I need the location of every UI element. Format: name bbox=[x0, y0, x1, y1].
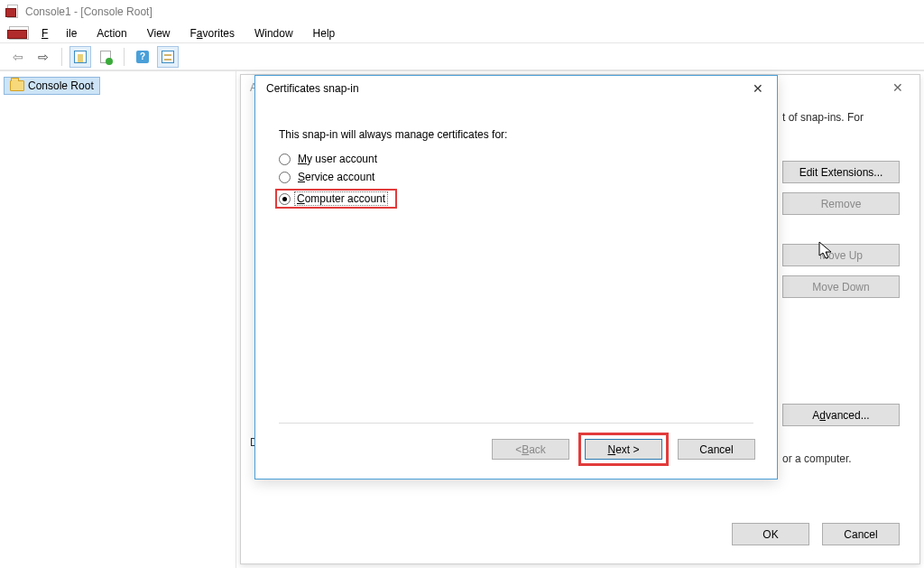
body: Console Root Add or Remove Snap-ins ✕ Y … bbox=[0, 70, 924, 568]
window-title: Console1 - [Console Root] bbox=[25, 5, 152, 18]
mmc-icon bbox=[5, 5, 20, 19]
next-button[interactable]: Next > bbox=[585, 439, 662, 460]
toolbar-separator bbox=[61, 48, 62, 66]
menu-favorites[interactable]: Favorites bbox=[181, 25, 244, 42]
title-bar: Console1 - [Console Root] bbox=[0, 0, 924, 23]
radio-icon bbox=[279, 154, 291, 165]
close-icon[interactable]: ✕ bbox=[885, 77, 910, 98]
cancel-button[interactable]: Cancel bbox=[678, 439, 755, 460]
move-down-button[interactable]: Move Down bbox=[782, 275, 900, 298]
remove-button[interactable]: Remove bbox=[782, 192, 900, 215]
ok-button[interactable]: OK bbox=[732, 523, 809, 545]
radio-icon bbox=[279, 172, 291, 183]
content-panel: Add or Remove Snap-ins ✕ Y e A t of snap… bbox=[236, 71, 924, 568]
export-list-button[interactable] bbox=[95, 46, 116, 68]
action-pane-button[interactable] bbox=[157, 46, 179, 68]
cert-footer: < Back Next > Cancel bbox=[492, 433, 755, 466]
snapins-right-buttons: Edit Extensions... Remove Move Up Move D… bbox=[782, 161, 900, 298]
menu-window[interactable]: Window bbox=[245, 25, 302, 42]
menu-view[interactable]: View bbox=[138, 25, 180, 42]
back-button: < Back bbox=[492, 439, 569, 460]
console-tree: Console Root bbox=[0, 71, 236, 568]
close-icon[interactable]: ✕ bbox=[743, 78, 773, 99]
mmc-window: Console1 - [Console Root] File Action Vi… bbox=[0, 0, 924, 568]
advanced-button-wrap: Advanced... bbox=[782, 404, 900, 426]
radio-service-account[interactable]: Service account bbox=[279, 168, 753, 186]
menu-help[interactable]: Help bbox=[304, 25, 345, 42]
tree-item-console-root[interactable]: Console Root bbox=[4, 77, 100, 95]
divider bbox=[279, 423, 753, 424]
mmc-icon-small bbox=[7, 26, 25, 41]
add-remove-snapins-dialog: Add or Remove Snap-ins ✕ Y e A t of snap… bbox=[240, 74, 920, 564]
snapins-footer: OK Cancel bbox=[732, 523, 900, 545]
cert-body: This snap-in will always manage certific… bbox=[255, 101, 777, 220]
cert-title-text: Certificates snap-in bbox=[266, 82, 359, 95]
edit-extensions-button[interactable]: Edit Extensions... bbox=[782, 161, 900, 183]
help-button[interactable]: ? bbox=[132, 46, 153, 68]
radio-computer-account[interactable]: Computer account bbox=[279, 186, 753, 211]
folder-icon bbox=[10, 80, 24, 91]
menu-file[interactable]: File bbox=[32, 25, 86, 42]
toolbar-separator bbox=[124, 48, 125, 66]
radio-my-user-account[interactable]: My user account bbox=[279, 150, 753, 168]
menu-action[interactable]: Action bbox=[88, 25, 135, 42]
certificates-snapin-dialog: Certificates snap-in ✕ This snap-in will… bbox=[254, 75, 778, 480]
tree-item-label: Console Root bbox=[28, 79, 94, 92]
cert-prompt: This snap-in will always manage certific… bbox=[279, 128, 753, 141]
menu-bar: File Action View Favorites Window Help bbox=[0, 23, 924, 43]
move-up-button[interactable]: Move Up bbox=[782, 244, 900, 266]
next-highlight: Next > bbox=[578, 433, 669, 466]
advanced-button[interactable]: Advanced... bbox=[782, 404, 900, 426]
toolbar: ⇦ ⇨ ? bbox=[0, 43, 924, 70]
cert-title-bar: Certificates snap-in ✕ bbox=[255, 76, 777, 101]
selection-highlight: Computer account bbox=[275, 189, 397, 209]
radio-icon bbox=[279, 193, 291, 205]
snapins-desc-fragment: t of snap-ins. For bbox=[782, 111, 905, 124]
back-button[interactable]: ⇦ bbox=[7, 46, 29, 68]
cancel-button[interactable]: Cancel bbox=[822, 523, 900, 545]
show-hide-tree-button[interactable] bbox=[69, 46, 91, 68]
forward-button[interactable]: ⇨ bbox=[32, 46, 54, 68]
